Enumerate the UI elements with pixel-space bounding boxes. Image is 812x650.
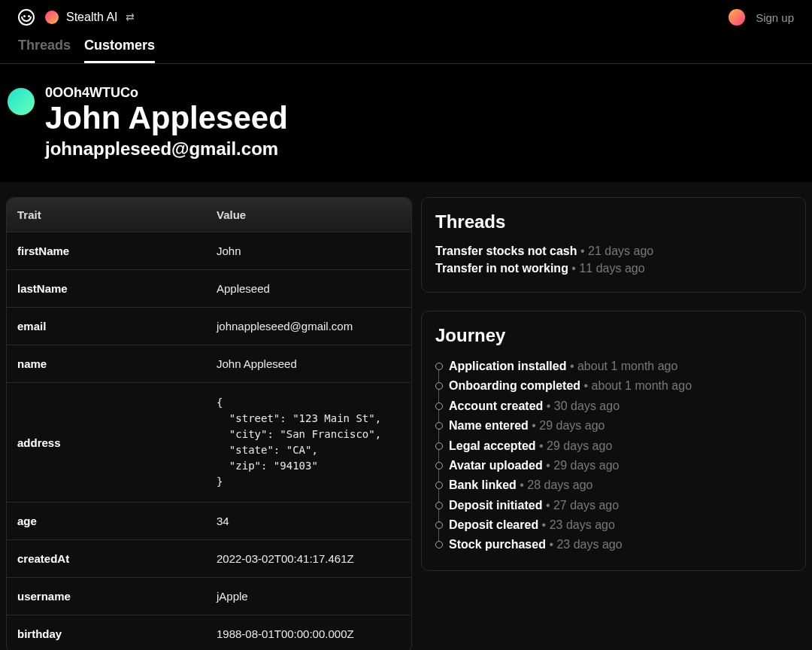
journey-event-title: Name entered <box>449 419 529 432</box>
customer-name: John Appleseed <box>45 101 288 135</box>
journey-item: Legal accepted • 29 days ago <box>449 436 792 456</box>
trait-key: email <box>7 308 206 345</box>
journey-item: Name entered • 29 days ago <box>449 416 792 436</box>
workspace-switcher[interactable]: Stealth AI ⇅ <box>45 11 135 24</box>
nav-tabs: Threads Customers <box>0 32 812 64</box>
trait-row: lastNameAppleseed <box>7 269 411 307</box>
updown-arrows-icon: ⇅ <box>124 13 136 22</box>
trait-value: Appleseed <box>206 270 411 307</box>
trait-value: jApple <box>206 578 411 615</box>
journey-event-meta: • 30 days ago <box>543 399 620 412</box>
trait-key: firstName <box>7 232 206 269</box>
signup-link[interactable]: Sign up <box>756 11 794 24</box>
journey-event-title: Account created <box>449 399 543 412</box>
trait-key: address <box>7 424 206 461</box>
user-avatar-icon[interactable] <box>729 9 745 26</box>
journey-event-title: Onboarding completed <box>449 379 580 392</box>
journey-event-title: Stock purchased <box>449 538 546 551</box>
journey-card: Journey Application installed • about 1 … <box>421 311 806 571</box>
journey-item: Stock purchased • 23 days ago <box>449 535 792 554</box>
journey-item: Bank linked • 28 days ago <box>449 475 792 495</box>
workspace-name: Stealth AI <box>66 11 118 24</box>
thread-meta: • 21 days ago <box>577 245 654 257</box>
journey-event-title: Application installed <box>449 360 566 372</box>
traits-header-trait: Trait <box>7 198 206 232</box>
journey-list: Application installed • about 1 month ag… <box>435 357 792 555</box>
trait-value: 34 <box>206 503 411 539</box>
trait-key: username <box>7 578 206 615</box>
thread-title: Transfer stocks not cash <box>435 245 577 257</box>
journey-item: Application installed • about 1 month ag… <box>449 357 792 376</box>
journey-event-meta: • 29 days ago <box>536 439 613 452</box>
journey-item: Account created • 30 days ago <box>449 396 792 416</box>
trait-row: address{ "street": "123 Main St", "city"… <box>7 382 411 502</box>
journey-event-meta: • 29 days ago <box>529 419 605 432</box>
journey-event-title: Deposit cleared <box>449 518 538 531</box>
customer-id: 0OOh4WTUCo <box>45 85 288 101</box>
thread-item[interactable]: Transfer stocks not cash • 21 days ago <box>435 243 792 260</box>
topbar-right: Sign up <box>729 9 794 26</box>
journey-item: Onboarding completed • about 1 month ago <box>449 376 792 396</box>
journey-event-meta: • about 1 month ago <box>580 379 692 392</box>
journey-event-title: Deposit initiated <box>449 499 542 512</box>
journey-card-title: Journey <box>435 325 792 346</box>
trait-key: name <box>7 345 206 382</box>
trait-key: birthday <box>7 615 206 650</box>
main-section: Trait Value firstNameJohnlastNameApplese… <box>0 182 812 650</box>
journey-event-title: Avatar uploaded <box>449 459 543 472</box>
tab-threads[interactable]: Threads <box>18 38 71 63</box>
workspace-dot-icon <box>45 11 59 24</box>
threads-card-title: Threads <box>435 211 792 232</box>
traits-table: Trait Value firstNameJohnlastNameApplese… <box>6 197 412 650</box>
threads-card: Threads Transfer stocks not cash • 21 da… <box>421 197 806 293</box>
journey-event-title: Legal accepted <box>449 439 536 452</box>
trait-value: John <box>206 232 411 269</box>
tab-customers[interactable]: Customers <box>84 38 155 63</box>
trait-row: firstNameJohn <box>7 232 411 269</box>
trait-row: nameJohn Appleseed <box>7 345 411 382</box>
journey-event-meta: • 23 days ago <box>538 518 615 531</box>
traits-header-row: Trait Value <box>7 198 411 232</box>
journey-event-meta: • 29 days ago <box>543 459 620 472</box>
thread-title: Transfer in not working <box>435 262 568 275</box>
customer-header: 0OOh4WTUCo John Appleseed johnappleseed@… <box>0 64 812 182</box>
topbar-left: Stealth AI ⇅ <box>18 9 135 26</box>
topbar: Stealth AI ⇅ Sign up <box>0 0 812 32</box>
trait-row: age34 <box>7 502 411 539</box>
journey-event-meta: • 23 days ago <box>546 538 623 551</box>
trait-key: lastName <box>7 270 206 307</box>
journey-event-meta: • about 1 month ago <box>566 360 677 372</box>
right-column: Threads Transfer stocks not cash • 21 da… <box>421 197 806 650</box>
trait-row: createdAt2022-03-02T00:41:17.461Z <box>7 539 411 577</box>
trait-value: John Appleseed <box>206 345 411 382</box>
thread-item[interactable]: Transfer in not working • 11 days ago <box>435 260 792 277</box>
trait-row: emailjohnappleseed@gmail.com <box>7 307 411 345</box>
journey-item: Deposit initiated • 27 days ago <box>449 496 792 515</box>
trait-value: 2022-03-02T00:41:17.461Z <box>206 540 411 577</box>
journey-item: Deposit cleared • 23 days ago <box>449 515 792 535</box>
trait-key: age <box>7 503 206 539</box>
trait-row: usernamejApple <box>7 577 411 615</box>
customer-email: johnappleseed@gmail.com <box>45 138 288 159</box>
trait-row: birthday1988-08-01T00:00:00.000Z <box>7 615 411 650</box>
trait-value: johnappleseed@gmail.com <box>206 308 411 345</box>
customer-avatar <box>8 88 35 115</box>
thread-meta: • 11 days ago <box>568 262 645 275</box>
trait-value: 1988-08-01T00:00:00.000Z <box>206 615 411 650</box>
trait-value: { "street": "123 Main St", "city": "San … <box>206 383 411 502</box>
traits-header-value: Value <box>206 198 411 232</box>
trait-key: createdAt <box>7 540 206 577</box>
journey-event-title: Bank linked <box>449 478 517 491</box>
journey-event-meta: • 28 days ago <box>517 478 593 491</box>
smiley-logo-icon[interactable] <box>18 9 35 26</box>
journey-event-meta: • 27 days ago <box>542 499 619 512</box>
journey-item: Avatar uploaded • 29 days ago <box>449 456 792 475</box>
